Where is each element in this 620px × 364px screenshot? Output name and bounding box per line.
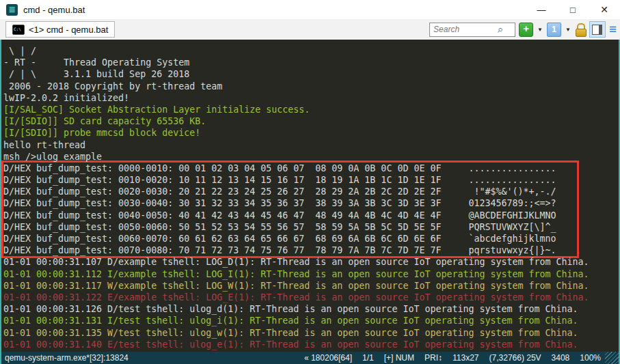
status-item: 100%: [580, 353, 601, 363]
status-item: 113x27: [453, 353, 479, 363]
tab-bar: C:\ <1> cmd - qemu.bat ⌕ + ▼ 1 ▼ ≡: [0, 19, 620, 40]
terminal-line: 01-01 00:00:31.140 E/test tshell: ulog_e…: [3, 339, 619, 350]
terminal-output[interactable]: \ | /- RT - Thread Operating System / | …: [1, 40, 619, 352]
terminal-line: D/HEX buf_dump_test: 0060-0070: 60 61 62…: [3, 233, 577, 244]
terminal-lines-after: 01-01 00:00:31.107 D/example tshell: LOG…: [3, 256, 619, 350]
console-tab-label: <1> cmd - qemu.bat: [29, 25, 108, 35]
search-input[interactable]: [432, 24, 498, 35]
window-title: cmd - qemu.bat: [23, 5, 85, 15]
terminal-line: hello rt-thread: [3, 139, 619, 151]
window-controls: — □ ✕: [526, 0, 620, 19]
terminal-line: 01-01 00:00:31.126 D/test tshell: ulog_d…: [3, 303, 619, 315]
toolbar-actions: ⌕ + ▼ 1 ▼ ≡: [429, 21, 617, 38]
status-item: [+] NUM: [384, 353, 414, 363]
search-icon[interactable]: ⌕: [498, 24, 503, 34]
console-list-dropdown-icon[interactable]: ▼: [565, 27, 571, 33]
terminal-line: \ | /: [3, 45, 619, 57]
maximize-button[interactable]: □: [557, 0, 589, 19]
status-item: (7,32766) 25V: [489, 353, 541, 363]
conemu-app-icon: ≣: [6, 4, 18, 16]
sidebar-panel-icon: [592, 25, 602, 35]
status-item: PRI↕: [424, 353, 442, 363]
terminal-line: [I/SAL_SOC] Socket Abstraction Layer ini…: [3, 104, 619, 115]
terminal-hex-lines: D/HEX buf_dump_test: 0000-0010: 00 01 02…: [3, 163, 577, 257]
status-item: 3408: [552, 353, 570, 363]
search-box: ⌕: [429, 23, 515, 37]
terminal-line: 01-01 00:00:31.112 I/example tshell: LOG…: [3, 268, 619, 280]
terminal-line: D/HEX buf_dump_test: 0010-0020: 10 11 12…: [3, 174, 577, 186]
status-process-name: qemu-system-arm.exe*[32]:13824: [5, 353, 129, 363]
terminal-line: [I/[SDIO]] SD card capacity 65536 KB.: [3, 115, 619, 127]
terminal-line: 01-01 00:00:31.117 W/example tshell: LOG…: [3, 280, 619, 292]
terminal-line: D/HEX buf_dump_test: 0050-0060: 50 51 52…: [3, 221, 577, 233]
terminal-line: 01-01 00:00:31.135 W/test tshell: ulog_w…: [3, 327, 619, 339]
minimize-button[interactable]: —: [526, 0, 557, 19]
new-console-dropdown-icon[interactable]: ▼: [537, 27, 543, 33]
status-items: « 180206[64]1/1[+] NUMPRI↕113x27(7,32766…: [304, 353, 601, 363]
console-frame: \ | /- RT - Thread Operating System / | …: [0, 40, 620, 364]
console-tab[interactable]: C:\ <1> cmd - qemu.bat: [5, 21, 115, 38]
lock-icon[interactable]: [575, 23, 586, 36]
terminal-line: D/HEX buf_dump_test: 0020-0030: 20 21 22…: [3, 186, 577, 197]
title-bar: ≣ cmd - qemu.bat — □ ✕: [0, 0, 620, 19]
terminal-line: 01-01 00:00:31.131 I/test tshell: ulog_i…: [3, 315, 619, 326]
status-bar: qemu-system-arm.exe*[32]:13824 « 180206[…: [1, 352, 619, 364]
terminal-line: D/HEX buf_dump_test: 0030-0040: 30 31 32…: [3, 197, 577, 209]
terminal-line: D/HEX buf_dump_test: 0040-0050: 40 41 42…: [3, 210, 577, 221]
terminal-line: 01-01 00:00:31.122 E/example tshell: LOG…: [3, 292, 619, 303]
hex-dump-annotation-box: D/HEX buf_dump_test: 0000-0010: 00 01 02…: [1, 160, 579, 259]
terminal-line: lwIP-2.0.2 initialized!: [3, 92, 619, 104]
close-button[interactable]: ✕: [589, 0, 620, 19]
active-console-button[interactable]: 1: [547, 23, 561, 37]
status-item: « 180206[64]: [304, 353, 352, 363]
new-console-button[interactable]: +: [519, 23, 533, 37]
cmd-icon: C:\: [12, 25, 25, 35]
status-item: 1/1: [362, 353, 374, 363]
terminal-line: 01-01 00:00:31.107 D/example tshell: LOG…: [3, 256, 619, 268]
sidebar-toggle-button[interactable]: [589, 21, 606, 38]
terminal-line: - RT - Thread Operating System: [3, 57, 619, 68]
menu-icon[interactable]: ≡: [609, 23, 617, 36]
terminal-line: D/HEX buf_dump_test: 0000-0010: 00 01 02…: [3, 163, 577, 174]
terminal-line: 2006 - 2018 Copyright by rt-thread team: [3, 81, 619, 92]
resize-grip-icon[interactable]: [605, 352, 619, 364]
terminal-line: [I/[SDIO]] probe mmcsd block device!: [3, 127, 619, 139]
terminal-lines-before: \ | /- RT - Thread Operating System / | …: [3, 45, 619, 163]
terminal-line: / | \ 3.1.1 build Sep 26 2018: [3, 68, 619, 80]
lock-body: [576, 29, 587, 37]
terminal-line: D/HEX buf_dump_test: 0070-0080: 70 71 72…: [3, 244, 577, 256]
